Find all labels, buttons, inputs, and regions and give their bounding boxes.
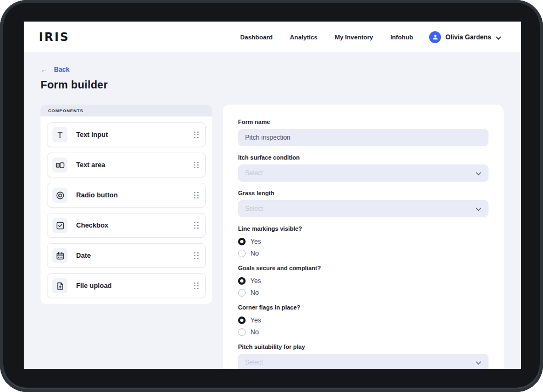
nav-item-analytics[interactable]: Analytics <box>290 34 317 40</box>
component-label: Text area <box>76 161 194 169</box>
text-input-form-name[interactable] <box>238 129 488 146</box>
app-header: IRIS DashboardAnalyticsMy InventoryInfoh… <box>24 22 521 52</box>
radio-option-line-markings-visible-yes[interactable]: Yes <box>238 236 488 247</box>
file-upload-icon <box>52 278 67 293</box>
components-panel-title: COMPONENTS <box>40 105 212 116</box>
radio-selected-icon[interactable] <box>238 277 246 285</box>
builder-columns: COMPONENTS TText inputText areaRadio but… <box>40 105 504 369</box>
field-label-itch-surface-condition: itch surface condition <box>238 154 488 161</box>
radio-group-goals-secure-and-compliant: YesNo <box>238 275 488 299</box>
screen: IRIS DashboardAnalyticsMy InventoryInfoh… <box>24 22 521 369</box>
drag-handle-icon[interactable] <box>194 252 199 259</box>
select-placeholder: Select <box>245 359 476 366</box>
radio-group-line-markings-visible: YesNo <box>238 236 488 259</box>
text-area-icon <box>52 157 67 173</box>
user-name: Olivia Gardens <box>445 33 491 41</box>
radio-unselected-icon[interactable] <box>238 250 246 257</box>
drag-handle-icon[interactable] <box>194 192 199 199</box>
component-radio-button[interactable]: Radio button <box>47 183 206 208</box>
page-title: Form builder <box>40 79 504 91</box>
radio-option-label: No <box>250 328 259 336</box>
radio-selected-icon[interactable] <box>238 238 246 245</box>
component-date[interactable]: Date <box>47 243 206 268</box>
tablet-frame: IRIS DashboardAnalyticsMy InventoryInfoh… <box>0 0 543 392</box>
select-grass-length[interactable]: Select <box>238 200 488 217</box>
drag-handle-icon[interactable] <box>194 222 199 229</box>
text-input-icon: T <box>52 127 67 142</box>
checkbox-icon <box>52 218 67 233</box>
nav-item-infohub[interactable]: Infohub <box>390 34 413 40</box>
radio-option-goals-secure-and-compliant-yes[interactable]: Yes <box>238 275 488 287</box>
iris-logo: IRIS <box>39 31 70 44</box>
field-label-form-name: Form name <box>238 119 488 125</box>
drag-handle-icon[interactable] <box>194 162 199 169</box>
svg-text:T: T <box>58 131 63 139</box>
radio-unselected-icon[interactable] <box>238 289 246 297</box>
chevron-down-icon <box>476 168 481 178</box>
component-label: File upload <box>76 282 194 290</box>
radio-selected-icon[interactable] <box>238 317 246 324</box>
radio-group-corner-flags-in-place: YesNo <box>238 314 488 338</box>
avatar[interactable] <box>429 31 441 43</box>
chevron-down-icon <box>476 204 481 214</box>
nav-item-dashboard[interactable]: Dashboard <box>240 34 273 40</box>
field-label-grass-length: Grass length <box>238 190 488 196</box>
components-panel: COMPONENTS TText inputText areaRadio but… <box>40 105 212 304</box>
component-text-area[interactable]: Text area <box>47 153 206 177</box>
components-list: TText inputText areaRadio buttonCheckbox… <box>40 116 212 304</box>
radio-option-label: Yes <box>250 277 261 285</box>
main-nav: DashboardAnalyticsMy InventoryInfohub <box>240 34 413 40</box>
chevron-down-icon <box>476 357 481 367</box>
back-link[interactable]: ← Back <box>40 66 70 73</box>
drag-handle-icon[interactable] <box>194 283 199 290</box>
component-checkbox[interactable]: Checkbox <box>47 213 206 238</box>
radio-option-corner-flags-in-place-no[interactable]: No <box>238 326 488 338</box>
radio-option-goals-secure-and-compliant-no[interactable]: No <box>238 287 488 299</box>
radio-option-corner-flags-in-place-yes[interactable]: Yes <box>238 314 488 326</box>
field-label-goals-secure-and-compliant: Goals secure and compliant? <box>238 265 488 271</box>
arrow-left-icon: ← <box>40 66 48 73</box>
select-placeholder: Select <box>245 169 476 177</box>
select-pitch-suitability-for-play[interactable]: Select <box>238 354 488 369</box>
component-text-input[interactable]: TText input <box>47 122 206 147</box>
back-label: Back <box>54 66 70 73</box>
select-placeholder: Select <box>245 205 476 212</box>
component-label: Radio button <box>76 191 194 199</box>
field-label-pitch-suitability-for-play: Pitch suitability for play <box>238 343 488 350</box>
field-label-corner-flags-in-place: Corner flags in place? <box>238 304 488 311</box>
component-label: Checkbox <box>76 222 194 229</box>
component-file-upload[interactable]: File upload <box>47 273 206 298</box>
drag-handle-icon[interactable] <box>194 132 199 139</box>
select-itch-surface-condition[interactable]: Select <box>238 164 488 182</box>
component-label: Date <box>76 252 194 259</box>
field-label-line-markings-visible: Line markings visible? <box>238 225 488 232</box>
radio-option-label: No <box>250 250 259 257</box>
radio-unselected-icon[interactable] <box>238 328 246 336</box>
radio-option-line-markings-visible-no[interactable]: No <box>238 247 488 259</box>
form-canvas: Form nameitch surface conditionSelectGra… <box>223 105 504 369</box>
page-main: ← Back Form builder COMPONENTS TText inp… <box>24 66 521 369</box>
radio-option-label: No <box>250 289 259 297</box>
radio-option-label: Yes <box>250 317 261 324</box>
chevron-down-icon <box>496 32 501 42</box>
radio-option-label: Yes <box>250 238 261 245</box>
radio-button-icon <box>52 188 67 203</box>
user-menu[interactable]: Olivia Gardens <box>429 31 501 43</box>
component-label: Text input <box>76 131 194 139</box>
nav-item-my-inventory[interactable]: My Inventory <box>335 34 373 40</box>
date-icon <box>52 248 67 263</box>
